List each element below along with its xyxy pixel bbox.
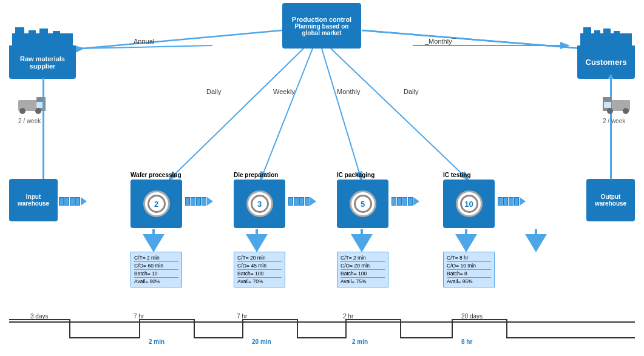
ic-pack-op-triangle	[351, 234, 373, 252]
ic-pack-operator	[351, 229, 373, 252]
push-head4	[413, 197, 419, 206]
wafer-op-triangle	[143, 234, 164, 252]
push-block3	[70, 197, 75, 206]
raw-materials-icon	[9, 27, 76, 45]
push1	[59, 197, 87, 206]
wafer-op-stem	[152, 229, 155, 234]
daily2-label: Daily	[404, 88, 418, 95]
svg-rect-18	[614, 31, 620, 39]
customers-container: Customers	[577, 27, 635, 79]
push-block13	[391, 197, 396, 206]
ic-test-number: 10	[464, 200, 473, 209]
ic-pack-batch: Batch= 100	[341, 270, 385, 278]
svg-line-1	[362, 30, 583, 49]
die-operator	[246, 229, 268, 252]
die-process-label: Die preparation 3	[234, 172, 285, 228]
ic-test-info-table: C/T= 8 hr C/O= 10 min Batch= 8 Avail= 95…	[443, 252, 495, 287]
input-warehouse-label1: Input	[18, 193, 49, 200]
raw-materials-label2: supplier	[20, 62, 65, 70]
svg-line-7	[79, 45, 212, 49]
push2	[185, 197, 213, 206]
wafer-avail: Avail= 80%	[134, 278, 178, 285]
die-box: 3	[234, 180, 285, 228]
die-label: Die preparation	[234, 172, 285, 178]
push-block6	[191, 197, 195, 206]
ic-pack-number: 5	[361, 200, 365, 209]
ic-pack-box: 5	[337, 180, 388, 228]
svg-rect-28	[604, 102, 611, 108]
arrow-raw-to-input	[42, 78, 44, 181]
wafer-operator	[143, 229, 164, 252]
die-avail: Avail= 70%	[237, 278, 282, 285]
out-op-triangle	[525, 234, 547, 252]
wafer-batch: Batch= 10	[134, 270, 178, 278]
arrow-output-to-customers	[610, 78, 612, 180]
monthly-right-label: _Monthly¯	[425, 38, 456, 45]
prod-control-label3: global market	[292, 30, 351, 36]
push-block8	[202, 197, 206, 206]
wafer-label: Wafer processing	[130, 172, 182, 178]
weekly-label: Weekly	[273, 88, 295, 95]
ic-pack-process-label: IC packaging 5	[337, 172, 388, 228]
ic-pack-ct: C/T= 2 min	[341, 254, 385, 262]
raw-materials-box: Raw materials supplier	[9, 45, 76, 79]
output-warehouse-box: Output warehouse	[586, 179, 635, 221]
push-block4	[75, 197, 80, 206]
production-control-box: Production control Planning based on glo…	[282, 3, 361, 49]
svg-rect-12	[39, 29, 48, 39]
push-block9	[288, 197, 293, 206]
ic-pack-op-stem	[361, 229, 363, 234]
push-block15	[402, 197, 407, 206]
wafer-co: C/O= 60 min	[134, 262, 178, 270]
ic-pack-gear: 5	[350, 190, 376, 217]
output-operator	[525, 229, 547, 252]
prod-control-label2: Planning based on	[292, 23, 351, 30]
customers-icon	[577, 27, 635, 45]
die-op-stem	[256, 229, 258, 234]
value-stream-map: Production control Planning based on glo…	[0, 0, 644, 356]
wafer-box: 2	[130, 180, 182, 228]
wafer-ct: C/T= 2 min	[134, 254, 178, 262]
svg-line-3	[170, 49, 303, 179]
wafer-info-table: C/T= 2 min C/O= 60 min Batch= 10 Avail= …	[130, 252, 182, 287]
svg-rect-16	[594, 30, 600, 39]
svg-line-6	[331, 49, 467, 179]
customers-label: Customers	[586, 58, 627, 67]
proc-time-20min: 20 min	[252, 338, 271, 345]
ic-test-operator	[455, 229, 477, 252]
svg-line-0	[82, 30, 282, 49]
svg-point-26	[607, 108, 613, 114]
die-info-table: C/T= 20 min C/O= 45 min Batch= 100 Avail…	[234, 252, 285, 287]
right-truck-container: 2 / week	[600, 94, 633, 124]
ic-test-ct: C/T= 8 hr	[447, 254, 491, 262]
push3	[288, 197, 316, 206]
proc-time-8hr: 8 hr	[461, 338, 472, 345]
push-block18	[503, 197, 508, 206]
wafer-number: 2	[154, 200, 158, 209]
push-block19	[509, 197, 514, 206]
svg-rect-10	[15, 27, 24, 39]
ic-test-label: IC testing	[443, 172, 495, 178]
input-warehouse-label2: warehouse	[18, 200, 49, 207]
push-block1	[59, 197, 64, 206]
ic-test-op-triangle	[455, 234, 477, 252]
push-block16	[408, 197, 413, 206]
push-block11	[299, 197, 304, 206]
proc-time-2min: 2 min	[149, 338, 164, 345]
customers-box: Customers	[577, 45, 635, 79]
ic-test-gear: 10	[456, 190, 483, 217]
out-op-stem	[535, 229, 537, 234]
svg-line-4	[261, 49, 313, 179]
ic-pack-label: IC packaging	[337, 172, 388, 178]
wafer-gear: 2	[143, 190, 170, 217]
push-head3	[310, 197, 316, 206]
output-warehouse-label1: Output	[595, 193, 626, 200]
annual-label: Annual	[134, 38, 154, 45]
flow-lines	[0, 0, 644, 356]
push-block7	[196, 197, 201, 206]
proc-time-2min2: 2 min	[352, 338, 368, 345]
svg-rect-15	[583, 27, 591, 39]
push-block12	[305, 197, 310, 206]
ic-pack-co: C/O= 20 min	[341, 262, 385, 270]
die-ct: C/T= 20 min	[237, 254, 282, 262]
